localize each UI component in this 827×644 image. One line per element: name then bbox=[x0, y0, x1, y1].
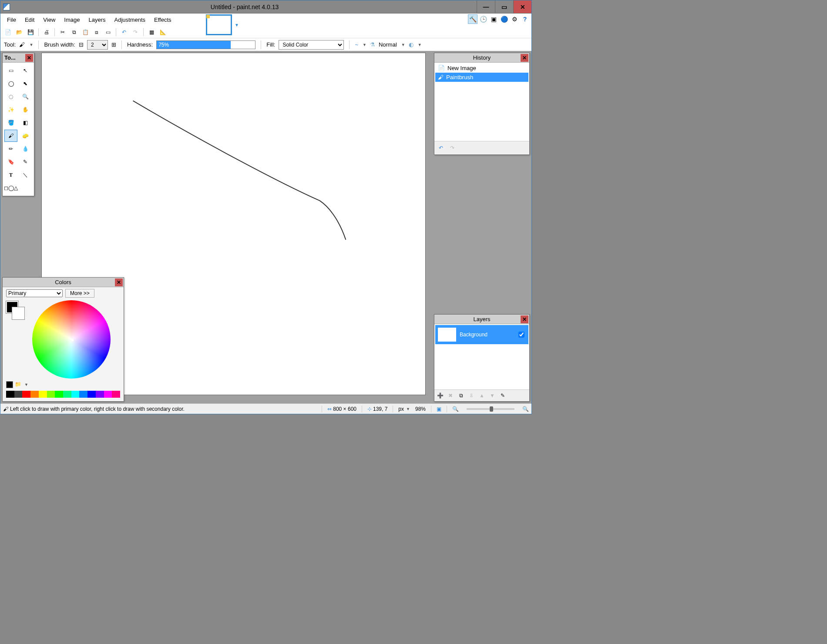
add-layer-icon[interactable]: ➕ bbox=[436, 391, 444, 400]
blend-mode-label[interactable]: Normal bbox=[379, 41, 397, 48]
magicwand-tool-icon[interactable]: ✨ bbox=[4, 104, 17, 116]
grid-icon[interactable]: ▦ bbox=[147, 27, 156, 37]
document-list-dropdown-icon[interactable]: ▼ bbox=[235, 23, 239, 27]
menu-file[interactable]: File bbox=[3, 15, 20, 24]
copy-icon[interactable]: ⧉ bbox=[69, 27, 79, 37]
brushwidth-input[interactable]: 2 bbox=[87, 40, 108, 50]
document-thumbnail[interactable] bbox=[206, 14, 232, 35]
new-file-icon[interactable]: 📄 bbox=[3, 27, 13, 37]
move-layer-up-icon[interactable]: ▲ bbox=[477, 391, 486, 400]
save-file-icon[interactable]: 💾 bbox=[26, 27, 35, 37]
more-colors-button[interactable]: More >> bbox=[65, 289, 94, 298]
eraser-tool-icon[interactable]: 🧽 bbox=[19, 130, 32, 142]
ellipse-select-tool-icon[interactable]: ◌ bbox=[4, 91, 17, 103]
colorpicker-tool-icon[interactable]: 💧 bbox=[19, 143, 32, 155]
zoom-tool-icon[interactable]: 🔍 bbox=[19, 91, 32, 103]
current-tool-icon[interactable]: 🖌 bbox=[19, 41, 25, 48]
paintbucket-tool-icon[interactable]: 🪣 bbox=[4, 117, 17, 129]
pencil-tool-icon[interactable]: ✏ bbox=[4, 143, 17, 155]
help-icon[interactable]: ? bbox=[520, 14, 530, 24]
brushwidth-decrement[interactable]: ⊟ bbox=[79, 41, 84, 48]
tools-panel-close[interactable]: ✕ bbox=[25, 54, 33, 62]
hardness-slider[interactable]: 75% bbox=[156, 40, 255, 49]
menu-view[interactable]: View bbox=[39, 15, 59, 24]
canvas-size-icon: ⇔ bbox=[327, 406, 332, 412]
alphablend-icon[interactable]: ⚗ bbox=[370, 41, 375, 48]
history-panel-close[interactable]: ✕ bbox=[521, 54, 528, 62]
history-undo-icon[interactable]: ↶ bbox=[436, 143, 446, 153]
color-palette-row[interactable] bbox=[6, 391, 120, 398]
layers-window-toggle[interactable]: ▣ bbox=[489, 14, 498, 24]
colors-window-toggle[interactable]: 🔵 bbox=[499, 14, 509, 24]
cut-icon[interactable]: ✂ bbox=[58, 27, 67, 37]
paste-icon[interactable]: 📋 bbox=[81, 27, 90, 37]
open-file-icon[interactable]: 📂 bbox=[14, 27, 24, 37]
duplicate-layer-icon[interactable]: ⧉ bbox=[457, 391, 465, 400]
close-button[interactable]: ✕ bbox=[513, 0, 531, 13]
menubar: File Edit View Image Layers Adjustments … bbox=[0, 13, 531, 38]
unit-label[interactable]: px bbox=[398, 406, 404, 412]
color-role-select[interactable]: Primary bbox=[6, 289, 63, 297]
add-swatch-icon[interactable] bbox=[6, 381, 13, 388]
menu-edit[interactable]: Edit bbox=[21, 15, 38, 24]
titlebar: Untitled - paint.net 4.0.13 — ▭ ✕ bbox=[0, 0, 531, 13]
move-selection-tool-icon[interactable]: ↖ bbox=[19, 64, 32, 77]
antialias-icon[interactable]: ~ bbox=[355, 41, 358, 48]
rect-select-tool-icon[interactable]: ▭ bbox=[4, 64, 17, 77]
layer-properties-icon[interactable]: ✎ bbox=[498, 391, 507, 400]
settings-icon[interactable]: ⚙ bbox=[510, 14, 519, 24]
move-layer-down-icon[interactable]: ▼ bbox=[488, 391, 497, 400]
menu-layers[interactable]: Layers bbox=[84, 15, 109, 24]
zoom-slider[interactable] bbox=[467, 408, 514, 410]
undo-icon[interactable]: ↶ bbox=[119, 27, 129, 37]
layer-blend-icon[interactable]: ◐ bbox=[409, 41, 414, 48]
secondary-color-swatch[interactable] bbox=[12, 307, 24, 319]
statusbar: 🖌 Left click to draw with primary color,… bbox=[0, 403, 531, 414]
history-item[interactable]: 🖌 Paintbrush bbox=[435, 73, 528, 82]
tools-window-toggle[interactable]: 🔨 bbox=[468, 14, 477, 24]
zoom-in-icon[interactable]: 🔍 bbox=[522, 406, 529, 412]
zoom-out-icon[interactable]: 🔍 bbox=[452, 406, 459, 412]
fill-select[interactable]: Solid Color bbox=[279, 40, 344, 50]
brushwidth-increment[interactable]: ⊞ bbox=[111, 41, 116, 48]
shapes-tool-icon[interactable]: ◻◯△ bbox=[4, 182, 17, 194]
colors-panel: Colors ✕ Primary More >> 📁 ▼ bbox=[2, 277, 124, 402]
lasso-select-tool-icon[interactable]: ◯ bbox=[4, 77, 17, 90]
history-window-toggle[interactable]: 🕒 bbox=[478, 14, 488, 24]
menu-adjustments[interactable]: Adjustments bbox=[110, 15, 149, 24]
gradient-tool-icon[interactable]: ◧ bbox=[19, 117, 32, 129]
move-selected-pixels-tool-icon[interactable]: ⬉ bbox=[19, 77, 32, 90]
merge-layer-icon[interactable]: ⥥ bbox=[467, 391, 476, 400]
crop-icon[interactable]: ⧈ bbox=[92, 27, 101, 37]
tools-panel: To... ✕ ▭ ↖ ◯ ⬉ ◌ 🔍 ✨ ✋ 🪣 ◧ 🖌 🧽 ✏ bbox=[2, 53, 34, 196]
layers-panel-close[interactable]: ✕ bbox=[521, 315, 528, 323]
colors-panel-close[interactable]: ✕ bbox=[115, 278, 123, 286]
history-redo-icon[interactable]: ↷ bbox=[447, 143, 457, 153]
primary-secondary-swatch[interactable] bbox=[6, 301, 18, 313]
minimize-button[interactable]: — bbox=[477, 0, 495, 13]
paintbrush-tool-icon[interactable]: 🖌 bbox=[4, 130, 17, 142]
tool-dropdown-icon[interactable]: ▼ bbox=[29, 43, 33, 47]
delete-layer-icon[interactable]: ✖ bbox=[446, 391, 455, 400]
menu-image[interactable]: Image bbox=[60, 15, 84, 24]
zoom-label[interactable]: 98% bbox=[415, 406, 426, 412]
pan-tool-icon[interactable]: ✋ bbox=[19, 104, 32, 116]
deselect-icon[interactable]: ▭ bbox=[103, 27, 113, 37]
line-tool-icon[interactable]: ＼ bbox=[19, 169, 32, 181]
clonestamp-tool-icon[interactable]: 🔖 bbox=[4, 156, 17, 168]
ruler-icon[interactable]: 📐 bbox=[158, 27, 168, 37]
menu-effects[interactable]: Effects bbox=[150, 15, 175, 24]
tools-panel-title: To... bbox=[4, 54, 16, 61]
color-wheel[interactable] bbox=[32, 300, 111, 379]
app-icon bbox=[3, 3, 10, 10]
redo-icon[interactable]: ↷ bbox=[131, 27, 140, 37]
recolor-tool-icon[interactable]: ✎ bbox=[19, 156, 32, 168]
maximize-button[interactable]: ▭ bbox=[495, 0, 513, 13]
text-tool-icon[interactable]: T bbox=[4, 169, 17, 181]
history-item[interactable]: 📄 New Image bbox=[435, 64, 528, 73]
layer-row[interactable]: Background bbox=[435, 325, 528, 344]
palette-options-icon[interactable]: 📁 bbox=[15, 381, 22, 388]
print-icon[interactable]: 🖨 bbox=[42, 27, 51, 37]
zoom-fit-icon[interactable]: ▣ bbox=[437, 406, 441, 412]
layer-visible-checkbox[interactable] bbox=[518, 332, 524, 338]
